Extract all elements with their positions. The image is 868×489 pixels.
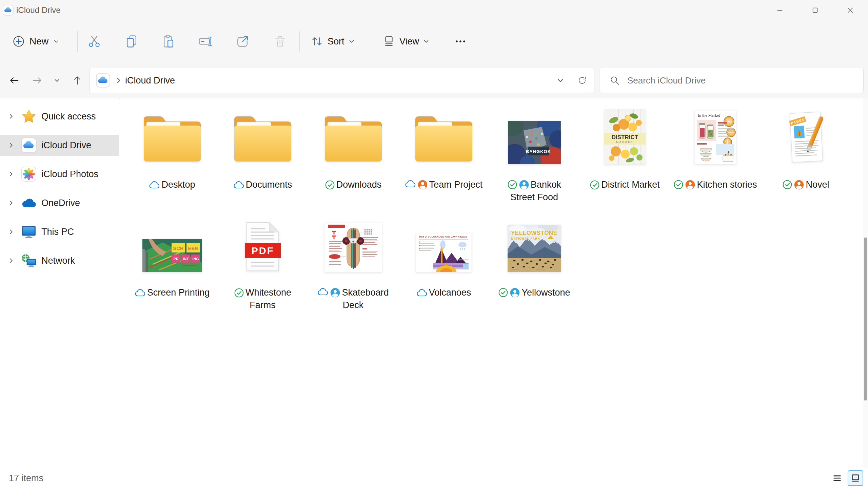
file-thumbnail: BANGKOK <box>489 107 579 164</box>
file-tile-downloads[interactable]: Downloads <box>308 107 398 214</box>
chevron-right-icon[interactable] <box>5 113 17 120</box>
chevron-right-icon[interactable] <box>5 257 17 264</box>
vertical-scrollbar[interactable] <box>863 98 868 468</box>
breadcrumb-chevron-icon[interactable] <box>114 76 123 85</box>
file-tile-district-market[interactable]: DISTRICT MARKET District Market <box>579 107 670 214</box>
file-tile-volcanoes[interactable]: DAY 2: VOLCANOES AND LAVA FIELDS Volcano… <box>398 215 489 322</box>
shared-person-icon <box>794 180 804 190</box>
rename-button[interactable] <box>195 31 216 52</box>
folder-icon <box>308 107 398 164</box>
file-name-line2: Deck <box>317 299 389 312</box>
file-tile-skateboard-deck[interactable]: Skateboard Deck <box>308 215 398 322</box>
district-market-thumbnail: DISTRICT MARKET <box>604 109 646 164</box>
sidebar-item-this-pc[interactable]: This PC <box>0 221 119 242</box>
svg-text:DAY 2: VOLCANOES AND LAVA FIEL: DAY 2: VOLCANOES AND LAVA FIELDS <box>419 235 467 238</box>
icloud-photos-icon <box>21 166 37 182</box>
search-input[interactable] <box>627 75 845 86</box>
status-divider <box>51 474 51 484</box>
file-list: Desktop Documents Downloads Team Pr <box>120 98 863 468</box>
back-button[interactable] <box>5 72 23 89</box>
icloud-sync-status-icon <box>135 288 146 297</box>
sort-button[interactable]: Sort <box>305 29 360 54</box>
sidebar-item-icloud-photos[interactable]: iCloud Photos <box>0 164 119 185</box>
chevron-right-icon[interactable] <box>5 199 17 207</box>
file-tile-kitchen-stories[interactable]: In the Market Kitchen stories <box>670 107 761 214</box>
shared-person-icon <box>330 287 340 298</box>
view-button[interactable]: View <box>377 29 435 54</box>
address-bar[interactable]: iCloud Drive <box>90 68 594 93</box>
new-button[interactable]: New <box>8 29 64 54</box>
cut-button[interactable] <box>83 31 105 52</box>
breadcrumb[interactable]: iCloud Drive <box>125 75 175 86</box>
file-tile-whitestone-farms[interactable]: PDF Whitestone Farms <box>217 215 308 322</box>
icloud-sync-status-icon <box>416 288 428 297</box>
title-bar: iCloud Drive <box>0 0 868 20</box>
synced-check-status-icon <box>234 288 244 298</box>
file-name: Novel <box>806 178 829 191</box>
details-view-button[interactable] <box>829 470 845 486</box>
onedrive-icon <box>21 195 37 211</box>
screen-printing-photo-thumbnail: SCR EEN PR INT ING <box>142 239 202 272</box>
chevron-right-icon[interactable] <box>5 170 17 178</box>
address-dropdown-button[interactable] <box>553 73 568 88</box>
toolbar-divider <box>442 31 442 52</box>
file-thumbnail: SCR EEN PR INT ING <box>127 215 217 272</box>
minimize-button[interactable] <box>762 0 797 20</box>
chevron-right-icon[interactable] <box>5 142 17 149</box>
large-icons-view-button[interactable] <box>848 470 863 486</box>
search-box[interactable] <box>599 68 864 93</box>
icloud-sync-status-icon <box>149 181 160 189</box>
file-thumbnail: PAGES <box>761 107 851 164</box>
file-tile-team-project[interactable]: Team Project <box>398 107 489 214</box>
maximize-button[interactable] <box>797 0 833 20</box>
synced-check-status-icon <box>507 180 517 190</box>
skateboard-diagram-thumbnail <box>324 223 382 272</box>
star-icon <box>21 109 37 124</box>
yellowstone-photo-thumbnail: YELLOWSTONE NATIONAL PARK <box>508 225 561 272</box>
icloud-sync-status-icon <box>317 287 329 298</box>
file-name: Team Project <box>429 178 483 191</box>
navigation-bar: iCloud Drive <box>0 63 868 99</box>
file-tile-novel[interactable]: PAGES Novel <box>761 107 851 214</box>
folder-icon <box>231 113 295 164</box>
item-count: 17 items <box>9 473 43 484</box>
search-icon <box>609 75 620 86</box>
file-tile-screen-printing[interactable]: SCR EEN PR INT ING Screen Printing <box>127 215 217 322</box>
file-tile-documents[interactable]: Documents <box>217 107 308 214</box>
chevron-down-icon <box>422 38 430 45</box>
file-tile-desktop[interactable]: Desktop <box>127 107 217 214</box>
scrollbar-thumb[interactable] <box>864 238 867 400</box>
svg-text:BANGKOK: BANGKOK <box>526 149 551 154</box>
file-tile-yellowstone[interactable]: YELLOWSTONE NATIONAL PARK Yellowstone <box>489 215 579 322</box>
sidebar-item-icloud-drive[interactable]: iCloud Drive <box>0 135 119 156</box>
paste-button[interactable] <box>158 31 179 52</box>
refresh-button[interactable] <box>574 73 590 88</box>
new-button-label: New <box>29 36 48 47</box>
close-button[interactable] <box>833 0 868 20</box>
more-options-button[interactable] <box>450 31 471 52</box>
file-name: Downloads <box>336 178 382 191</box>
svg-text:ING: ING <box>192 257 199 261</box>
sidebar-item-onedrive[interactable]: OneDrive <box>0 192 119 213</box>
recent-locations-button[interactable] <box>48 72 66 89</box>
synced-check-status-icon <box>325 180 335 190</box>
svg-text:YELLOWSTONE: YELLOWSTONE <box>511 230 557 236</box>
share-button[interactable] <box>232 31 254 52</box>
sidebar-item-network[interactable]: Network <box>0 250 119 271</box>
sidebar-item-quick-access[interactable]: Quick access <box>0 106 119 127</box>
svg-text:NATIONAL PARK: NATIONAL PARK <box>511 237 540 240</box>
file-thumbnail: DAY 2: VOLCANOES AND LAVA FIELDS <box>398 215 489 272</box>
file-tile-bankok-street-food[interactable]: BANGKOK Bankok Street Food <box>489 107 579 214</box>
chevron-down-icon <box>348 38 355 45</box>
delete-button[interactable] <box>269 31 291 52</box>
folder-icon <box>140 113 204 164</box>
up-button[interactable] <box>68 72 86 89</box>
chevron-right-icon[interactable] <box>5 228 17 236</box>
icloud-sync-status-icon <box>233 181 244 189</box>
file-name: Kitchen stories <box>697 178 757 191</box>
folder-icon <box>127 107 217 164</box>
copy-button[interactable] <box>121 31 142 52</box>
synced-check-status-icon <box>782 180 792 190</box>
forward-button[interactable] <box>28 72 46 89</box>
toolbar-divider <box>77 31 78 52</box>
